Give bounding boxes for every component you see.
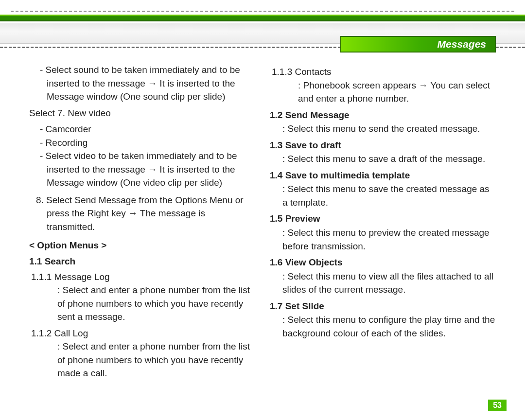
heading-1-2-send-message: 1.2 Send Message: [270, 108, 496, 122]
top-green-bar: [0, 15, 525, 21]
heading-1-1-search: 1.1 Search: [29, 255, 255, 268]
body-1-7: : Select this menu to configure the play…: [270, 313, 496, 340]
top-dashed-border: [11, 11, 514, 12]
page-number-value: 53: [493, 401, 502, 409]
page-body: - Select sound to be taken immediately a…: [29, 63, 496, 383]
body-1-1-3: : Phonebook screen appears → You can sel…: [270, 79, 496, 105]
body-1-6: : Select this menu to view all the files…: [270, 270, 496, 297]
text-select7-newvideo: Select 7. New video: [29, 106, 255, 120]
section-tab-messages: Messages: [340, 36, 496, 52]
left-column: - Select sound to be taken immediately a…: [29, 63, 255, 383]
section-tab-label: Messages: [438, 38, 486, 50]
body-1-1-1: : Select and enter a phone number from t…: [29, 283, 255, 324]
heading-1-4-save-multimedia-template: 1.4 Save to multimedia template: [270, 169, 496, 182]
body-1-5: : Select this menu to preview the create…: [270, 226, 496, 253]
heading-1-3-save-to-draft: 1.3 Save to draft: [270, 139, 496, 152]
heading-1-7-set-slide: 1.7 Set Slide: [270, 299, 496, 313]
item-1-1-3-contacts: 1.1.3 Contacts: [270, 65, 496, 79]
heading-1-6-view-objects: 1.6 View Objects: [270, 256, 496, 269]
heading-option-menus: < Option Menus >: [29, 239, 255, 252]
item-1-1-1-message-log: 1.1.1 Message Log: [29, 270, 255, 284]
text-video-insert: - Select video to be taken immediately a…: [29, 149, 255, 190]
step-8-send: 8. Select Send Message from the Options …: [29, 193, 255, 234]
text-camcorder: - Camcorder: [29, 122, 255, 136]
body-1-4: : Select this menu to save the created m…: [270, 182, 496, 209]
item-1-1-2-call-log: 1.1.2 Call Log: [29, 327, 255, 340]
body-1-2: : Select this menu to send the created m…: [270, 122, 496, 136]
text-recording: - Recording: [29, 136, 255, 150]
body-1-1-2: : Select and enter a phone number from t…: [29, 340, 255, 380]
text-sound-insert: - Select sound to be taken immediately a…: [29, 63, 255, 104]
right-column: 1.1.3 Contacts : Phonebook screen appear…: [270, 63, 496, 383]
page-number: 53: [488, 400, 507, 411]
body-1-3: : Select this menu to save a draft of th…: [270, 152, 496, 166]
heading-1-5-preview: 1.5 Preview: [270, 212, 496, 226]
